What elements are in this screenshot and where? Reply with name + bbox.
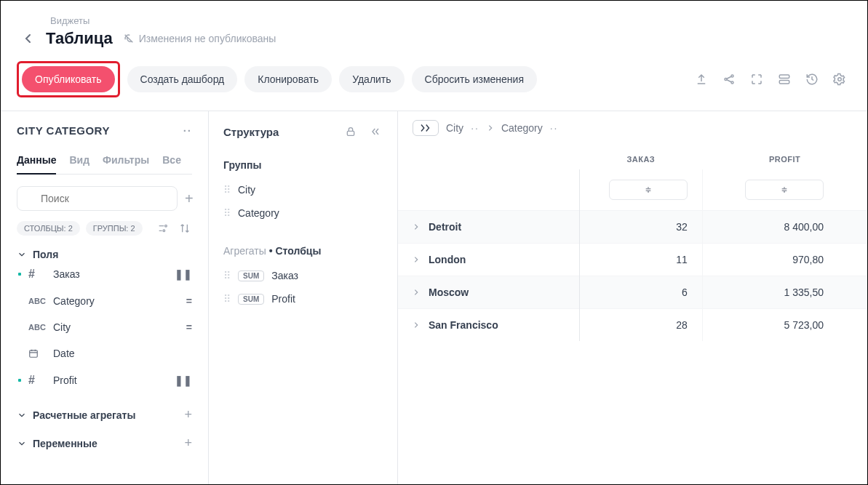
clone-button[interactable]: Клонировать xyxy=(244,66,332,92)
active-marker xyxy=(18,352,21,355)
aggregate-tag: SUM xyxy=(238,294,264,305)
field-name: Profit xyxy=(53,374,77,386)
aggregates-section-toggle[interactable]: Расчетные агрегаты + xyxy=(17,407,192,422)
table-row[interactable]: London11970,80 xyxy=(398,244,867,276)
text-type-icon: ABC xyxy=(28,297,46,305)
add-variable-button[interactable]: + xyxy=(184,436,192,451)
expand-row-icon[interactable] xyxy=(413,223,420,231)
back-button[interactable] xyxy=(21,31,36,46)
crumb-city[interactable]: City xyxy=(446,122,463,134)
create-dashboard-button[interactable]: Создать дашборд xyxy=(127,66,238,92)
pause-icon[interactable]: ❚❚ xyxy=(175,268,192,280)
expand-row-icon[interactable] xyxy=(413,321,420,329)
delete-button[interactable]: Удалить xyxy=(339,66,404,92)
columns-badge[interactable]: СТОЛБЦЫ: 2 xyxy=(17,221,80,236)
groups-badge[interactable]: ГРУППЫ: 2 xyxy=(86,221,143,236)
expand-icon[interactable] xyxy=(749,72,764,87)
fields-section-toggle[interactable]: Поля xyxy=(17,249,192,260)
cell-order: 11 xyxy=(579,244,702,276)
row-name: San Francisco xyxy=(429,319,498,331)
expand-all-button[interactable] xyxy=(413,120,439,136)
field-item[interactable]: #Profit❚❚ xyxy=(17,366,192,394)
add-field-button[interactable]: + xyxy=(185,191,194,207)
date-type-icon xyxy=(28,348,46,358)
col-header-order[interactable]: ЗАКАЗ xyxy=(579,145,702,169)
svg-point-5 xyxy=(838,78,842,81)
groups-section-label: Группы xyxy=(223,159,383,171)
publish-button[interactable]: Опубликовать xyxy=(22,66,115,92)
field-name: Date xyxy=(53,348,75,359)
add-aggregate-button[interactable]: + xyxy=(184,407,192,422)
group-item[interactable]: ⠿Category xyxy=(223,201,383,225)
pause-icon[interactable]: ❚❚ xyxy=(175,374,192,386)
field-name: Category xyxy=(53,295,95,307)
collapse-panel-icon[interactable] xyxy=(368,124,383,139)
drag-handle-icon[interactable]: ⠿ xyxy=(223,270,231,281)
equals-icon[interactable]: = xyxy=(186,321,192,333)
drag-handle-icon[interactable]: ⠿ xyxy=(223,184,231,196)
svg-rect-4 xyxy=(779,81,789,84)
chevron-down-icon xyxy=(17,249,27,260)
share-icon[interactable] xyxy=(722,72,736,87)
field-item[interactable]: #Заказ❚❚ xyxy=(17,260,192,288)
svg-point-14 xyxy=(784,191,785,193)
settings-icon[interactable] xyxy=(832,72,847,87)
field-item[interactable]: ABCCity= xyxy=(17,314,192,340)
sort-icon[interactable] xyxy=(178,221,192,236)
active-marker xyxy=(18,300,21,302)
cell-order: 32 xyxy=(579,211,702,244)
aggregates-columns-label: Агрегаты • Столбцы xyxy=(223,245,383,257)
tab-all[interactable]: Все xyxy=(162,154,181,174)
drag-handle-icon[interactable]: ⠿ xyxy=(223,293,231,305)
widget-menu[interactable]: ·· xyxy=(183,124,192,137)
row-name: London xyxy=(429,254,466,265)
expand-row-icon[interactable] xyxy=(413,256,420,263)
tab-filters[interactable]: Фильтры xyxy=(103,154,149,174)
table-row[interactable]: Moscow61 335,50 xyxy=(398,276,867,309)
cell-profit: 970,80 xyxy=(702,244,867,276)
field-item[interactable]: Date xyxy=(17,340,192,366)
svg-point-12 xyxy=(648,191,649,193)
field-item[interactable]: ABCCategory= xyxy=(17,288,192,314)
svg-point-0 xyxy=(725,79,727,81)
upload-icon[interactable] xyxy=(694,72,709,87)
history-icon[interactable] xyxy=(805,72,819,87)
widget-name: CITY CATEGORY xyxy=(17,124,110,137)
svg-point-2 xyxy=(731,81,733,84)
svg-point-13 xyxy=(784,187,785,188)
reset-button[interactable]: Сбросить изменения xyxy=(412,66,537,92)
search-input[interactable] xyxy=(17,186,178,211)
page-title: Таблица xyxy=(46,29,113,48)
crumb-category[interactable]: Category xyxy=(501,122,543,134)
active-marker xyxy=(18,273,21,276)
publish-highlight: Опубликовать xyxy=(17,61,120,97)
group-item[interactable]: ⠿City xyxy=(223,178,383,201)
svg-rect-9 xyxy=(30,350,38,357)
lock-icon[interactable] xyxy=(343,124,358,139)
table-row[interactable]: Detroit328 400,00 xyxy=(398,211,867,244)
layout-icon[interactable] xyxy=(777,72,792,87)
field-name: Заказ xyxy=(53,268,80,280)
filter-settings-icon[interactable] xyxy=(156,221,170,236)
breadcrumb[interactable]: Виджеты xyxy=(50,15,847,26)
svg-point-8 xyxy=(163,230,165,232)
cell-order: 6 xyxy=(579,276,702,309)
group-name: Category xyxy=(238,207,279,219)
col-header-profit[interactable]: PROFIT xyxy=(702,145,867,169)
svg-rect-3 xyxy=(779,75,789,79)
svg-point-1 xyxy=(731,75,733,77)
expand-row-icon[interactable] xyxy=(413,289,420,296)
filter-profit[interactable] xyxy=(745,180,824,200)
table-row[interactable]: San Francisco285 723,00 xyxy=(398,309,867,342)
tab-data[interactable]: Данные xyxy=(17,154,56,175)
aggregate-item[interactable]: ⠿SUMЗаказ xyxy=(223,264,383,287)
cell-profit: 8 400,00 xyxy=(702,211,867,244)
text-type-icon: ABC xyxy=(28,323,46,332)
filter-order[interactable] xyxy=(609,180,688,200)
cell-order: 28 xyxy=(579,309,702,342)
aggregate-item[interactable]: ⠿SUMProfit xyxy=(223,287,383,310)
tab-view[interactable]: Вид xyxy=(69,154,89,174)
drag-handle-icon[interactable]: ⠿ xyxy=(223,207,231,219)
variables-section-toggle[interactable]: Переменные + xyxy=(17,436,192,451)
equals-icon[interactable]: = xyxy=(186,295,192,307)
